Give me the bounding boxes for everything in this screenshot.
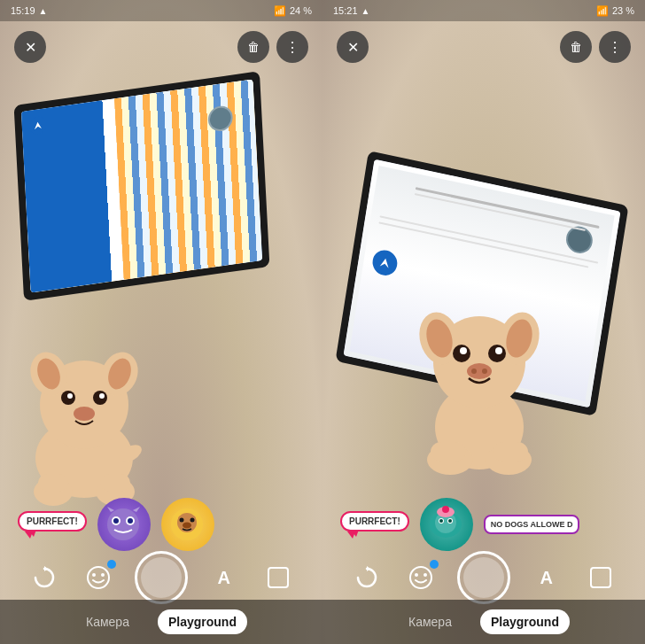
monster-svg-left — [104, 505, 144, 545]
camera-controls-right: A — [322, 555, 645, 600]
purrfect-sticker-right[interactable]: PURRFECT! — [340, 511, 409, 531]
monster-sticker-left[interactable] — [97, 498, 151, 551]
close-button-left[interactable]: ✕ — [14, 31, 46, 63]
svg-point-20 — [128, 518, 133, 524]
text-icon-left: A — [218, 568, 230, 588]
camera-tab-left[interactable]: Камера — [75, 609, 140, 634]
rotate-camera-btn-left[interactable] — [27, 560, 62, 595]
svg-point-10 — [74, 407, 95, 421]
status-bar-left: 15:19 ▲ 📶 24 % — [0, 0, 322, 21]
svg-point-30 — [92, 573, 96, 577]
no-dogs-bubble-right[interactable]: NO DOGS ALLOWE D — [484, 515, 580, 535]
tab-bar-right: Камера Playground — [322, 600, 645, 644]
svg-point-25 — [180, 517, 184, 522]
close-icon-left: ✕ — [25, 39, 36, 56]
svg-point-42 — [495, 347, 502, 354]
signal-icon-left: ▲ — [39, 6, 48, 16]
svg-point-45 — [482, 369, 487, 374]
tablet-left — [14, 71, 270, 301]
wifi-icon-right: 📶 — [596, 5, 609, 17]
delete-button-left[interactable]: 🗑 — [237, 31, 269, 63]
sticker-icon-right — [408, 565, 434, 590]
status-bar-right: 15:21 ▲ 📶 23 % — [322, 0, 645, 21]
text-icon-right: A — [540, 568, 553, 588]
svg-marker-28 — [44, 566, 48, 571]
delete-icon-right: 🗑 — [570, 40, 582, 54]
status-left-right: 15:21 ▲ — [333, 5, 369, 16]
right-screen: 15:21 ▲ 📶 23 % ✕ 🗑 ⋮ PURRFECT! — [322, 0, 645, 644]
svg-point-44 — [471, 369, 477, 374]
playground-tab-right[interactable]: Playground — [480, 609, 570, 634]
shutter-btn-left[interactable] — [135, 551, 188, 604]
sticker-badge-right — [430, 560, 439, 569]
green-sticker-right[interactable] — [420, 498, 473, 551]
top-controls-left: ✕ 🗑 ⋮ — [0, 25, 322, 69]
sticker-row-left: PURRFECT! — [0, 493, 322, 555]
playground-label-left: Playground — [168, 615, 237, 629]
square-btn-left[interactable] — [260, 560, 296, 595]
svg-point-19 — [113, 518, 119, 524]
more-icon-right: ⋮ — [608, 39, 622, 56]
tablet-stripes-left — [114, 79, 263, 280]
sticker-icon-left — [85, 565, 112, 590]
playground-label-right: Playground — [491, 615, 559, 629]
close-button-right[interactable]: ✕ — [337, 31, 369, 63]
text-btn-right[interactable]: A — [529, 560, 564, 595]
tablet-screen-content-left — [21, 79, 262, 292]
purrfect-text-left: PURRFECT! — [27, 516, 78, 526]
delete-icon-left: 🗑 — [247, 40, 260, 54]
dog-sticker-left[interactable] — [161, 498, 214, 551]
dog-character-left — [22, 343, 146, 507]
left-screen: 15:19 ▲ 📶 24 % ✕ 🗑 ⋮ PURRFECT! — [0, 0, 322, 644]
status-left-left: 15:19 ▲ — [11, 5, 47, 16]
time-right: 15:21 — [333, 5, 358, 16]
square-icon-left — [268, 567, 289, 588]
svg-point-61 — [424, 573, 427, 577]
more-button-left[interactable]: ⋮ — [276, 31, 308, 63]
svg-point-9 — [99, 393, 105, 399]
top-right-right: 🗑 ⋮ — [560, 31, 631, 63]
shutter-inner-right — [463, 557, 504, 598]
svg-point-43 — [467, 363, 492, 379]
speech-sticker-left[interactable]: PURRFECT! — [18, 511, 87, 539]
status-right-left: 📶 24 % — [274, 5, 312, 17]
more-button-right[interactable]: ⋮ — [599, 31, 631, 63]
text-line-1-right — [416, 187, 600, 229]
svg-point-16 — [107, 508, 139, 540]
rotate-camera-btn-right[interactable] — [349, 560, 385, 595]
no-dogs-sticker-right[interactable]: NO DOGS ALLOWE D — [484, 515, 580, 535]
delete-button-right[interactable]: 🗑 — [560, 31, 592, 63]
svg-marker-58 — [367, 566, 370, 571]
square-icon-right — [590, 567, 611, 588]
camera-label-left: Камера — [86, 615, 129, 629]
sticker-btn-right[interactable] — [403, 560, 439, 595]
svg-point-8 — [67, 393, 73, 399]
camera-label-right: Камера — [408, 615, 452, 629]
text-btn-left[interactable]: A — [206, 560, 242, 595]
svg-point-54 — [439, 519, 443, 523]
svg-point-60 — [415, 573, 418, 577]
svg-rect-48 — [431, 442, 466, 462]
sticker-btn-left[interactable] — [81, 560, 116, 595]
battery-right: 23 % — [612, 5, 634, 16]
svg-rect-49 — [493, 442, 528, 462]
playground-tab-left[interactable]: Playground — [158, 609, 247, 634]
shutter-inner-left — [141, 557, 182, 598]
svg-point-59 — [410, 567, 431, 588]
camera-controls-left: A — [0, 555, 322, 600]
camera-tab-right[interactable]: Камера — [398, 609, 462, 634]
wifi-icon-left: 📶 — [274, 5, 286, 17]
svg-rect-13 — [38, 474, 68, 492]
square-btn-right[interactable] — [583, 560, 618, 595]
no-dogs-text-right: NO DOGS ALLOWE D — [491, 520, 573, 529]
text-line-4-right — [378, 221, 588, 268]
purrfect-text-right: PURRFECT! — [349, 516, 400, 526]
time-left: 15:19 — [11, 5, 35, 16]
svg-point-57 — [442, 506, 449, 513]
svg-point-29 — [88, 567, 109, 588]
svg-point-31 — [101, 573, 105, 577]
purrfect-sticker-left[interactable]: PURRFECT! — [18, 511, 87, 531]
speech-sticker-right[interactable]: PURRFECT! — [340, 511, 409, 539]
shutter-btn-right[interactable] — [457, 551, 510, 604]
top-right-left: 🗑 ⋮ — [237, 31, 308, 63]
